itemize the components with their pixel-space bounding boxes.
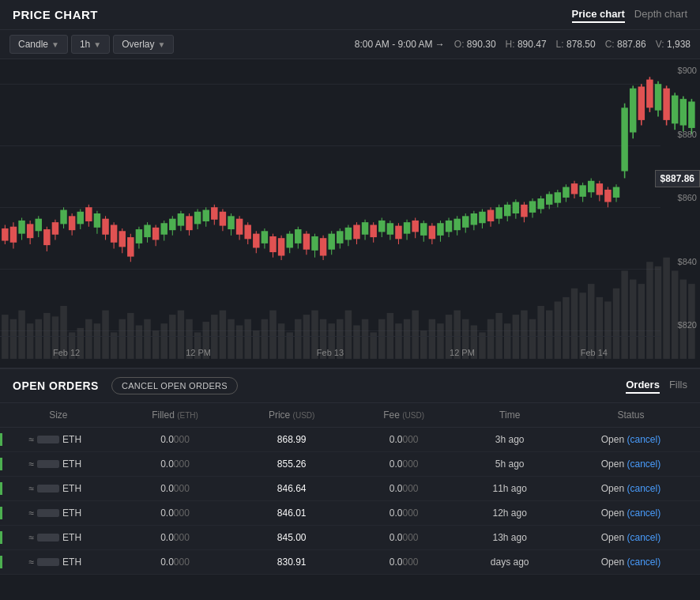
svg-rect-82 — [688, 284, 694, 359]
svg-rect-88 — [18, 221, 24, 234]
svg-rect-214 — [546, 194, 552, 204]
x-label-feb12: Feb 12 — [53, 348, 80, 357]
svg-rect-230 — [613, 187, 619, 198]
side-indicator — [0, 531, 2, 544]
svg-rect-184 — [420, 223, 427, 236]
svg-rect-128 — [186, 216, 192, 230]
svg-rect-116 — [136, 229, 142, 243]
cell-fee: 0.0000 — [350, 477, 458, 501]
svg-rect-220 — [571, 183, 578, 194]
size-bar — [37, 558, 59, 566]
svg-rect-234 — [630, 89, 636, 133]
interval-dropdown-icon: ▼ — [93, 40, 101, 49]
cell-status: Open (cancel) — [562, 550, 700, 575]
size-bar — [37, 460, 59, 468]
cell-fee: 0.0000 — [350, 428, 458, 452]
x-label-12pm-2: 12 PM — [450, 348, 475, 357]
svg-rect-112 — [119, 231, 125, 247]
table-row: ≈ ETH 0.0000 855.26 0.0000 5h ago Open (… — [0, 452, 700, 477]
svg-rect-180 — [404, 222, 410, 233]
col-header-size: Size — [0, 403, 117, 428]
svg-rect-216 — [555, 192, 561, 202]
cell-filled: 0.0000 — [117, 477, 234, 501]
svg-rect-244 — [672, 96, 678, 124]
cancel-order-link[interactable]: (cancel) — [627, 532, 660, 543]
svg-rect-140 — [236, 219, 243, 235]
chart-title: PRICE CHART — [13, 8, 98, 21]
table-row: ≈ ETH 0.0000 845.00 0.0000 13h ago Open … — [0, 526, 700, 550]
svg-rect-158 — [311, 236, 318, 251]
candle-dropdown-icon: ▼ — [51, 40, 59, 49]
cell-status: Open (cancel) — [562, 526, 700, 550]
size-bar — [37, 534, 59, 542]
svg-rect-86 — [10, 227, 17, 243]
svg-rect-200 — [487, 210, 494, 221]
interval-button[interactable]: 1h ▼ — [71, 35, 110, 54]
orders-table: Size Filled (ETH) Price (USD) Fee (USD) … — [0, 403, 700, 575]
svg-rect-196 — [471, 213, 477, 225]
cell-time: 3h ago — [457, 428, 562, 452]
cancel-order-link[interactable]: (cancel) — [627, 458, 660, 470]
svg-rect-146 — [262, 231, 268, 243]
overlay-button[interactable]: Overlay ▼ — [113, 35, 174, 54]
tab-depth-chart[interactable]: Depth chart — [634, 6, 687, 23]
cell-size: ≈ ETH — [0, 501, 117, 526]
svg-rect-228 — [604, 190, 611, 202]
orders-header: OPEN ORDERS CANCEL OPEN ORDERS Orders Fi… — [0, 369, 700, 403]
tab-orders[interactable]: Orders — [626, 379, 660, 394]
svg-rect-192 — [453, 219, 460, 230]
svg-rect-84 — [2, 228, 8, 241]
col-header-status: Status — [562, 403, 700, 428]
cell-price: 846.01 — [233, 501, 349, 526]
svg-rect-212 — [537, 198, 544, 209]
svg-rect-188 — [437, 223, 443, 236]
svg-rect-224 — [588, 181, 594, 192]
svg-rect-132 — [202, 210, 209, 221]
svg-rect-194 — [462, 216, 469, 227]
tab-price-chart[interactable]: Price chart — [572, 6, 625, 23]
tab-fills[interactable]: Fills — [669, 379, 687, 394]
cell-size: ≈ ETH — [0, 477, 117, 501]
cancel-order-link[interactable]: (cancel) — [627, 483, 660, 494]
cell-price: 845.00 — [233, 526, 349, 550]
table-row: ≈ ETH 0.0000 846.64 0.0000 11h ago Open … — [0, 477, 700, 501]
svg-rect-154 — [295, 229, 301, 243]
volume-value: V: 1,938 — [656, 39, 691, 50]
svg-rect-202 — [495, 207, 502, 218]
side-indicator — [0, 433, 2, 446]
cell-status: Open (cancel) — [562, 452, 700, 477]
table-row: ≈ ETH 0.0000 830.91 0.0000 days ago Open… — [0, 550, 700, 575]
svg-rect-92 — [36, 219, 42, 232]
cell-time: days ago — [457, 550, 562, 575]
svg-rect-222 — [579, 185, 585, 196]
col-header-filled: Filled (ETH) — [117, 403, 234, 428]
x-label-feb14: Feb 14 — [581, 348, 608, 357]
chart-area[interactable]: $887.86 $900 $880 $860 $840 $820 Feb 12 … — [0, 59, 700, 368]
candle-type-button[interactable]: Candle ▼ — [9, 35, 68, 54]
cell-size: ≈ ETH — [0, 526, 117, 550]
svg-rect-108 — [102, 219, 108, 235]
svg-rect-90 — [27, 224, 33, 238]
svg-rect-226 — [597, 183, 603, 194]
cancel-all-orders-button[interactable]: CANCEL OPEN ORDERS — [111, 377, 238, 394]
cell-size: ≈ ETH — [0, 452, 117, 477]
col-header-fee: Fee (USD) — [350, 403, 458, 428]
orders-section: OPEN ORDERS CANCEL OPEN ORDERS Orders Fi… — [0, 368, 700, 575]
cancel-order-link[interactable]: (cancel) — [627, 557, 660, 568]
svg-rect-96 — [52, 222, 58, 235]
svg-rect-150 — [278, 238, 284, 255]
chart-toolbar: Candle ▼ 1h ▼ Overlay ▼ 8:00 AM - 9:00 A… — [0, 30, 700, 59]
svg-rect-166 — [345, 228, 352, 240]
side-indicator — [0, 482, 2, 495]
cancel-order-link[interactable]: (cancel) — [627, 434, 660, 445]
cell-filled: 0.0000 — [117, 550, 234, 575]
svg-rect-236 — [638, 87, 645, 120]
svg-rect-246 — [680, 99, 687, 125]
cell-time: 12h ago — [457, 501, 562, 526]
cancel-order-link[interactable]: (cancel) — [627, 508, 660, 519]
svg-rect-186 — [429, 226, 435, 240]
cell-price: 830.91 — [233, 550, 349, 575]
svg-rect-100 — [69, 216, 75, 230]
candlestick-chart — [0, 59, 700, 368]
svg-rect-174 — [378, 221, 385, 232]
